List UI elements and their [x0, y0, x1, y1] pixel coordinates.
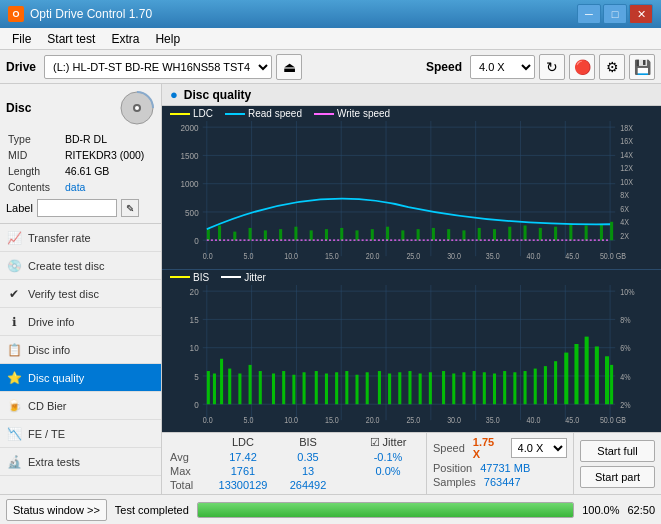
- svg-rect-114: [249, 364, 252, 403]
- samples-value: 763447: [484, 476, 521, 488]
- legend-ldc: LDC: [170, 108, 213, 119]
- create-test-disc-icon: 💿: [6, 258, 22, 274]
- svg-rect-48: [264, 230, 267, 240]
- nav-disc-info[interactable]: 📋 Disc info: [0, 336, 161, 364]
- svg-text:50.0 GB: 50.0 GB: [600, 251, 626, 261]
- save-button[interactable]: 💾: [629, 54, 655, 80]
- progress-bar-container: [197, 502, 574, 518]
- svg-point-2: [135, 106, 139, 110]
- svg-rect-118: [292, 374, 295, 404]
- disc-header: Disc: [6, 90, 155, 126]
- svg-rect-109: [207, 371, 210, 404]
- svg-rect-59: [432, 228, 435, 240]
- start-full-button[interactable]: Start full: [580, 440, 655, 462]
- svg-text:2000: 2000: [181, 122, 199, 133]
- menu-extra[interactable]: Extra: [103, 30, 147, 48]
- svg-rect-149: [610, 364, 613, 403]
- svg-rect-133: [452, 373, 455, 404]
- svg-text:5: 5: [194, 370, 199, 381]
- app-icon: O: [8, 6, 24, 22]
- start-part-button[interactable]: Start part: [580, 466, 655, 488]
- refresh-button[interactable]: ↻: [539, 54, 565, 80]
- samples-label: Samples: [433, 476, 476, 488]
- svg-rect-49: [279, 229, 282, 240]
- svg-rect-61: [462, 230, 465, 240]
- svg-rect-123: [345, 371, 348, 404]
- status-window-button[interactable]: Status window >>: [6, 499, 107, 521]
- svg-text:0.0: 0.0: [203, 415, 213, 425]
- label-input[interactable]: [37, 199, 117, 217]
- menu-help[interactable]: Help: [147, 30, 188, 48]
- speed-stat-select[interactable]: 4.0 X: [511, 438, 567, 458]
- svg-text:15.0: 15.0: [325, 415, 339, 425]
- status-text: Test completed: [115, 504, 189, 516]
- position-label: Position: [433, 462, 472, 474]
- nav-buttons: 📈 Transfer rate 💿 Create test disc ✔ Ver…: [0, 224, 161, 494]
- svg-rect-62: [478, 228, 481, 240]
- svg-rect-132: [442, 371, 445, 404]
- svg-text:40.0: 40.0: [527, 415, 541, 425]
- verify-test-disc-icon: ✔: [6, 286, 22, 302]
- start-buttons: Start full Start part: [573, 433, 661, 494]
- close-button[interactable]: ✕: [629, 4, 653, 24]
- settings-button1[interactable]: 🔴: [569, 54, 595, 80]
- menu-start-test[interactable]: Start test: [39, 30, 103, 48]
- svg-text:2%: 2%: [620, 400, 630, 410]
- legend-jitter: Jitter: [221, 272, 266, 283]
- svg-rect-125: [366, 372, 369, 404]
- minimize-button[interactable]: ─: [577, 4, 601, 24]
- bis-max: 13: [278, 465, 338, 477]
- nav-verify-test-disc[interactable]: ✔ Verify test disc: [0, 280, 161, 308]
- svg-rect-69: [585, 225, 588, 240]
- svg-rect-138: [503, 371, 506, 404]
- nav-cd-bier[interactable]: 🍺 CD Bier: [0, 392, 161, 420]
- max-label: Max: [170, 465, 208, 477]
- svg-text:0.0: 0.0: [203, 251, 213, 261]
- label-edit-button[interactable]: ✎: [121, 199, 139, 217]
- total-label: Total: [170, 479, 208, 491]
- svg-rect-54: [355, 230, 358, 240]
- position-value: 47731 MB: [480, 462, 530, 474]
- svg-rect-131: [429, 372, 432, 404]
- disc-quality-icon: ⭐: [6, 370, 22, 386]
- svg-rect-111: [220, 358, 223, 403]
- settings-button2[interactable]: ⚙: [599, 54, 625, 80]
- avg-row: Avg 17.42 0.35 -0.1%: [170, 451, 418, 463]
- disc-panel-title: Disc: [6, 101, 31, 115]
- speed-select[interactable]: 4.0 X: [470, 55, 535, 79]
- svg-rect-113: [238, 373, 241, 404]
- top-chart-legend: LDC Read speed Write speed: [162, 106, 661, 121]
- svg-rect-50: [294, 227, 297, 241]
- main-content: Disc Type BD-R DL MID RITEKDR3 (000): [0, 84, 661, 494]
- time-value: 62:50: [627, 504, 655, 516]
- drive-select[interactable]: (L:) HL-DT-ST BD-RE WH16NS58 TST4: [44, 55, 272, 79]
- svg-rect-57: [401, 230, 404, 240]
- eject-button[interactable]: ⏏: [276, 54, 302, 80]
- nav-drive-info[interactable]: ℹ Drive info: [0, 308, 161, 336]
- nav-fe-te[interactable]: 📉 FE / TE: [0, 420, 161, 448]
- top-chart-svg: 2000 1500 1000 500 0 18X 16X 14X 12X 10X…: [162, 121, 661, 269]
- nav-extra-tests[interactable]: 🔬 Extra tests: [0, 448, 161, 476]
- fe-te-icon: 📉: [6, 426, 22, 442]
- charts-container: LDC Read speed Write speed: [162, 106, 661, 432]
- disc-info-panel: Disc Type BD-R DL MID RITEKDR3 (000): [0, 84, 161, 224]
- top-chart-area: LDC Read speed Write speed: [162, 106, 661, 269]
- svg-text:10: 10: [190, 342, 199, 353]
- title-bar: O Opti Drive Control 1.70 ─ □ ✕: [0, 0, 661, 28]
- mid-value: RITEKDR3 (000): [65, 148, 153, 162]
- stats-table: LDC BIS ☑ Jitter Avg 17.42 0.35 -0.1% Ma…: [162, 433, 426, 494]
- svg-rect-136: [483, 372, 486, 404]
- ldc-max: 1761: [208, 465, 278, 477]
- nav-disc-quality[interactable]: ⭐ Disc quality: [0, 364, 161, 392]
- svg-rect-140: [524, 371, 527, 404]
- transfer-rate-icon: 📈: [6, 230, 22, 246]
- svg-rect-63: [493, 229, 496, 240]
- menu-file[interactable]: File: [4, 30, 39, 48]
- maximize-button[interactable]: □: [603, 4, 627, 24]
- nav-transfer-rate[interactable]: 📈 Transfer rate: [0, 224, 161, 252]
- bottom-chart-svg: 20 15 10 5 0 10% 8% 6% 4% 2% 0.0 5.0 10.…: [162, 285, 661, 433]
- nav-create-test-disc[interactable]: 💿 Create test disc: [0, 252, 161, 280]
- bottom-chart-legend: BIS Jitter: [162, 270, 661, 285]
- svg-rect-115: [259, 371, 262, 404]
- svg-text:10.0: 10.0: [284, 415, 298, 425]
